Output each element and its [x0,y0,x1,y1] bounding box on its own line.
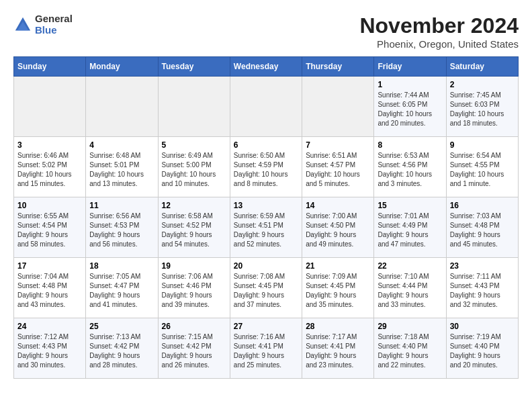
day-content: Sunrise: 7:00 AM Sunset: 4:50 PM Dayligh… [306,212,370,249]
calendar-cell: 21Sunrise: 7:09 AM Sunset: 4:45 PM Dayli… [302,258,374,318]
calendar-cell: 25Sunrise: 7:13 AM Sunset: 4:42 PM Dayli… [86,318,158,379]
day-content: Sunrise: 6:48 AM Sunset: 5:01 PM Dayligh… [89,151,154,189]
calendar-cell: 13Sunrise: 6:59 AM Sunset: 4:51 PM Dayli… [230,197,302,258]
header-row: SundayMondayTuesdayWednesdayThursdayFrid… [14,57,519,77]
day-number: 18 [89,261,154,271]
calendar-cell: 11Sunrise: 6:56 AM Sunset: 4:53 PM Dayli… [86,197,158,258]
day-number: 7 [306,140,370,150]
day-number: 23 [450,261,515,271]
day-number: 6 [234,140,298,150]
logo-blue-text: Blue [35,25,73,36]
calendar-cell: 12Sunrise: 6:58 AM Sunset: 4:52 PM Dayli… [158,197,230,258]
day-number: 10 [17,201,82,210]
day-number: 9 [450,140,515,150]
header-tuesday: Tuesday [158,57,230,77]
calendar-cell: 18Sunrise: 7:05 AM Sunset: 4:47 PM Dayli… [86,258,158,318]
day-number: 27 [234,322,298,331]
day-content: Sunrise: 6:56 AM Sunset: 4:53 PM Dayligh… [89,212,154,249]
calendar-cell [230,77,302,137]
day-number: 17 [17,261,82,271]
day-number: 30 [450,322,515,331]
day-number: 4 [89,140,154,150]
day-number: 3 [17,140,82,150]
header-friday: Friday [374,57,446,77]
calendar-cell: 1Sunrise: 7:44 AM Sunset: 6:05 PM Daylig… [374,77,446,137]
day-content: Sunrise: 7:05 AM Sunset: 4:47 PM Dayligh… [89,272,154,310]
day-number: 29 [378,322,442,331]
calendar-cell: 24Sunrise: 7:12 AM Sunset: 4:43 PM Dayli… [14,318,86,379]
day-number: 21 [306,261,370,271]
day-number: 15 [378,201,442,210]
day-content: Sunrise: 6:51 AM Sunset: 4:57 PM Dayligh… [306,151,370,189]
day-content: Sunrise: 6:46 AM Sunset: 5:02 PM Dayligh… [17,151,82,189]
calendar-cell [14,77,86,137]
day-content: Sunrise: 7:16 AM Sunset: 4:41 PM Dayligh… [234,332,298,370]
calendar-cell: 27Sunrise: 7:16 AM Sunset: 4:41 PM Dayli… [230,318,302,379]
day-number: 26 [162,322,226,331]
day-number: 8 [378,140,442,150]
day-number: 14 [306,201,370,210]
day-number: 19 [162,261,226,271]
day-content: Sunrise: 7:19 AM Sunset: 4:40 PM Dayligh… [450,332,515,370]
logo-general-text: General [35,13,73,25]
day-number: 16 [450,201,515,210]
day-content: Sunrise: 7:45 AM Sunset: 6:03 PM Dayligh… [450,91,515,128]
day-content: Sunrise: 7:04 AM Sunset: 4:48 PM Dayligh… [17,272,82,310]
calendar-body: 1Sunrise: 7:44 AM Sunset: 6:05 PM Daylig… [14,77,519,379]
day-content: Sunrise: 6:58 AM Sunset: 4:52 PM Dayligh… [162,212,226,249]
day-number: 13 [234,201,298,210]
week-row-4: 24Sunrise: 7:12 AM Sunset: 4:43 PM Dayli… [14,318,519,379]
header-thursday: Thursday [302,57,374,77]
day-number: 25 [89,322,154,331]
calendar-cell: 16Sunrise: 7:03 AM Sunset: 4:48 PM Dayli… [446,197,518,258]
title-area: November 2024 Phoenix, Oregon, United St… [359,13,519,50]
calendar-cell: 30Sunrise: 7:19 AM Sunset: 4:40 PM Dayli… [446,318,518,379]
page-title: November 2024 [359,13,519,38]
calendar-cell: 10Sunrise: 6:55 AM Sunset: 4:54 PM Dayli… [14,197,86,258]
day-content: Sunrise: 6:50 AM Sunset: 4:59 PM Dayligh… [234,151,298,189]
calendar-cell: 5Sunrise: 6:49 AM Sunset: 5:00 PM Daylig… [158,137,230,197]
day-content: Sunrise: 6:49 AM Sunset: 5:00 PM Dayligh… [162,151,226,189]
calendar-cell: 26Sunrise: 7:15 AM Sunset: 4:42 PM Dayli… [158,318,230,379]
calendar-cell: 6Sunrise: 6:50 AM Sunset: 4:59 PM Daylig… [230,137,302,197]
day-number: 11 [89,201,154,210]
day-content: Sunrise: 7:18 AM Sunset: 4:40 PM Dayligh… [378,332,442,370]
day-number: 22 [378,261,442,271]
calendar-header: SundayMondayTuesdayWednesdayThursdayFrid… [14,57,519,77]
header-monday: Monday [86,57,158,77]
header-saturday: Saturday [446,57,518,77]
calendar-table: SundayMondayTuesdayWednesdayThursdayFrid… [13,56,519,379]
calendar-cell: 19Sunrise: 7:06 AM Sunset: 4:46 PM Dayli… [158,258,230,318]
calendar-cell: 28Sunrise: 7:17 AM Sunset: 4:41 PM Dayli… [302,318,374,379]
week-row-2: 10Sunrise: 6:55 AM Sunset: 4:54 PM Dayli… [14,197,519,258]
page-header: General Blue November 2024 Phoenix, Oreg… [13,13,519,50]
day-number: 5 [162,140,226,150]
day-content: Sunrise: 7:01 AM Sunset: 4:49 PM Dayligh… [378,212,442,249]
day-content: Sunrise: 6:59 AM Sunset: 4:51 PM Dayligh… [234,212,298,249]
day-content: Sunrise: 7:17 AM Sunset: 4:41 PM Dayligh… [306,332,370,370]
calendar-cell: 8Sunrise: 6:53 AM Sunset: 4:56 PM Daylig… [374,137,446,197]
calendar-cell: 4Sunrise: 6:48 AM Sunset: 5:01 PM Daylig… [86,137,158,197]
week-row-0: 1Sunrise: 7:44 AM Sunset: 6:05 PM Daylig… [14,77,519,137]
header-wednesday: Wednesday [230,57,302,77]
day-content: Sunrise: 7:03 AM Sunset: 4:48 PM Dayligh… [450,212,515,249]
day-number: 2 [450,80,515,89]
calendar-cell: 15Sunrise: 7:01 AM Sunset: 4:49 PM Dayli… [374,197,446,258]
day-number: 24 [17,322,82,331]
day-content: Sunrise: 6:55 AM Sunset: 4:54 PM Dayligh… [17,212,82,249]
calendar-cell: 3Sunrise: 6:46 AM Sunset: 5:02 PM Daylig… [14,137,86,197]
day-number: 20 [234,261,298,271]
logo-icon [13,15,32,34]
week-row-1: 3Sunrise: 6:46 AM Sunset: 5:02 PM Daylig… [14,137,519,197]
header-sunday: Sunday [14,57,86,77]
calendar-cell [302,77,374,137]
day-content: Sunrise: 7:12 AM Sunset: 4:43 PM Dayligh… [17,332,82,370]
day-number: 1 [378,80,442,89]
calendar-cell: 29Sunrise: 7:18 AM Sunset: 4:40 PM Dayli… [374,318,446,379]
calendar-cell: 22Sunrise: 7:10 AM Sunset: 4:44 PM Dayli… [374,258,446,318]
day-number: 12 [162,201,226,210]
calendar-cell: 14Sunrise: 7:00 AM Sunset: 4:50 PM Dayli… [302,197,374,258]
day-content: Sunrise: 7:10 AM Sunset: 4:44 PM Dayligh… [378,272,442,310]
day-content: Sunrise: 7:13 AM Sunset: 4:42 PM Dayligh… [89,332,154,370]
calendar-cell: 9Sunrise: 6:54 AM Sunset: 4:55 PM Daylig… [446,137,518,197]
